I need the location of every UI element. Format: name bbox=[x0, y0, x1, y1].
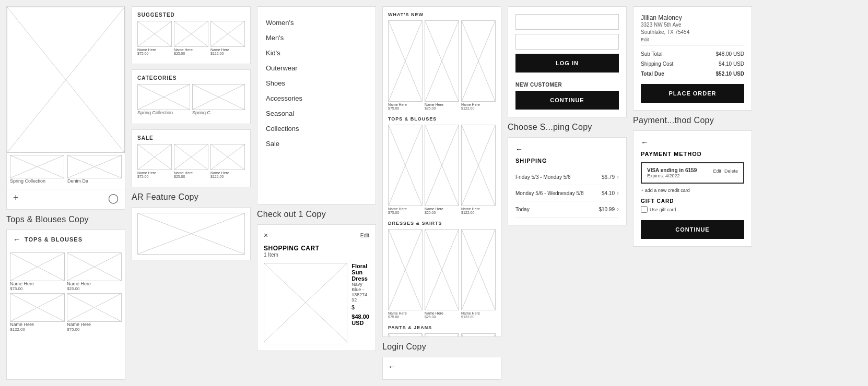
product-item-1[interactable]: Name Here $75.00 bbox=[10, 252, 65, 291]
product-item-4[interactable]: Name Here $75.00 bbox=[67, 293, 122, 332]
sale-item-2[interactable]: Name Here $25.00 bbox=[174, 144, 208, 178]
nav-outerwear[interactable]: Outerwear bbox=[266, 61, 367, 76]
suggested-title: SUGGESTED bbox=[137, 12, 245, 18]
wn-item-2[interactable]: Name Here $25.00 bbox=[425, 20, 459, 110]
nav-sale[interactable]: Sale bbox=[266, 136, 367, 151]
ar-feature-label: AR Feature Copy bbox=[132, 192, 251, 202]
shipping-option-2[interactable]: Monday 5/6 - Wednesday 5/8 $4.10 › bbox=[515, 185, 619, 201]
back-arrow-icon[interactable]: ← bbox=[13, 235, 20, 244]
order-edit-address[interactable]: Edit bbox=[641, 37, 744, 42]
product-item-3[interactable]: Name Here $122.00 bbox=[10, 293, 65, 332]
wn-name-2: Name Here bbox=[425, 103, 459, 106]
ds-name-3: Name Here bbox=[461, 311, 496, 315]
ds-item-3[interactable]: Name Here $122.00 bbox=[461, 229, 496, 319]
gift-card-checkbox[interactable] bbox=[641, 206, 648, 213]
gift-card-title: GIFT CARD bbox=[641, 198, 744, 204]
ds-name-1: Name Here bbox=[388, 311, 423, 315]
user-icon[interactable]: ◯ bbox=[108, 192, 119, 204]
shipping-option-3[interactable]: Today $10.99 › bbox=[515, 201, 619, 218]
nav-mens[interactable]: Men's bbox=[266, 30, 367, 45]
cart-item-total: $48.00 USD bbox=[351, 313, 369, 326]
login-button[interactable]: LOG IN bbox=[515, 54, 619, 73]
order-divider-1 bbox=[641, 45, 744, 46]
sale-panel: SALE Name Here $75.00 Name Here $25.00 bbox=[132, 129, 251, 187]
svg-line-55 bbox=[425, 334, 459, 337]
tops-blouses-title: TOPS & BLOUSES bbox=[25, 236, 83, 243]
product-price-1: $75.00 bbox=[10, 286, 65, 291]
wn-name-1: Name Here bbox=[388, 103, 423, 106]
shipping-panel: ← SHIPPING Friday 5/3 - Monday 5/6 $6.79… bbox=[508, 137, 627, 225]
pj-item-3[interactable]: Name Here $122.00 bbox=[461, 333, 496, 337]
pj-item-1[interactable]: Name Here $75.00 bbox=[388, 333, 423, 337]
column-3: Women's Men's Kid's Outerwear Shoes Acce… bbox=[257, 6, 376, 380]
cart-item-size: $ bbox=[351, 305, 369, 310]
cart-title: SHOPPING CART bbox=[264, 245, 369, 252]
place-order-button[interactable]: PLACE ORDER bbox=[641, 84, 744, 103]
tb-name-3: Name Here bbox=[461, 207, 496, 211]
back-shipping-icon[interactable]: ← bbox=[515, 145, 523, 153]
payment-card-label: VISA ending in 6159 bbox=[647, 167, 697, 173]
product-name-3: Name Here bbox=[10, 322, 65, 327]
chevron-right-3: › bbox=[617, 206, 619, 213]
pj-wire-1 bbox=[388, 333, 423, 337]
column-5: LOG IN NEW CUSTOMER CONTINUE Choose S...… bbox=[508, 6, 627, 380]
ds-item-1[interactable]: Name Here $75.00 bbox=[388, 229, 423, 319]
pj-item-2[interactable]: Name Here $25.00 bbox=[425, 333, 459, 337]
payment-copy-label: Payment...thod Copy bbox=[633, 116, 752, 125]
nav-accessories[interactable]: Accessories bbox=[266, 91, 367, 106]
tb-item-1[interactable]: Name Here $75.00 bbox=[388, 125, 423, 214]
chevron-right-1: › bbox=[617, 173, 619, 180]
nav-collections[interactable]: Collections bbox=[266, 121, 367, 136]
sale-item-3[interactable]: Name Here $122.00 bbox=[210, 144, 245, 178]
nav-womens[interactable]: Women's bbox=[266, 15, 367, 30]
wn-item-3[interactable]: Name Here $122.00 bbox=[461, 20, 496, 110]
plus-icon[interactable]: + bbox=[13, 192, 19, 204]
suggested-panel: SUGGESTED Name Here $75.00 Name Here $25… bbox=[132, 6, 251, 64]
product-wire-3 bbox=[10, 293, 65, 322]
chevron-right-2: › bbox=[617, 189, 619, 197]
password-input[interactable] bbox=[515, 34, 619, 50]
tb-item-2[interactable]: Name Here $25.00 bbox=[425, 125, 459, 214]
email-input[interactable] bbox=[515, 14, 619, 30]
cat-item-2[interactable]: Spring C bbox=[192, 84, 245, 115]
back-payment-icon[interactable]: ← bbox=[641, 138, 648, 147]
cat-item-1[interactable]: Spring Collection bbox=[137, 84, 190, 115]
new-customer-label: NEW CUSTOMER bbox=[515, 82, 619, 88]
suggested-item-3[interactable]: Name Here $122.00 bbox=[210, 21, 245, 55]
tops-blouses-nav-panel: ← TOPS & BLOUSES Name Here $75.00 Name H… bbox=[6, 230, 125, 380]
back-arrow-login[interactable]: ← bbox=[388, 363, 395, 371]
edit-cart-label[interactable]: Edit bbox=[360, 233, 369, 238]
suggested-wire-2 bbox=[174, 21, 208, 47]
nav-shoes[interactable]: Shoes bbox=[266, 76, 367, 91]
sug-price-2: $25.00 bbox=[174, 52, 208, 55]
add-new-card-link[interactable]: + add a new credit card bbox=[641, 188, 744, 193]
order-shipping-row: Shipping Cost $4.10 USD bbox=[641, 59, 744, 69]
nav-kids[interactable]: Kid's bbox=[266, 45, 367, 61]
close-cart-icon[interactable]: × bbox=[264, 231, 268, 239]
wn-wire-3 bbox=[461, 20, 496, 102]
delete-card-btn[interactable]: Delete bbox=[724, 168, 738, 174]
tops-blouses-copy-label: Tops & Blouses Copy bbox=[6, 215, 125, 224]
product-item-2[interactable]: Name Here $25.00 bbox=[67, 252, 122, 291]
edit-card-btn[interactable]: Edit bbox=[713, 168, 721, 174]
sub-label-spring: Spring Collection bbox=[10, 178, 64, 184]
tops-blouses-section: TOPS & BLOUSES Name Here $75.00 Name Her… bbox=[388, 116, 496, 214]
suggested-item-2[interactable]: Name Here $25.00 bbox=[174, 21, 208, 55]
continue-payment-button[interactable]: CONTINUE bbox=[641, 220, 744, 239]
shipping-title: SHIPPING bbox=[515, 158, 619, 164]
tb-item-3[interactable]: Name Here $122.00 bbox=[461, 125, 496, 214]
wn-item-1[interactable]: Name Here $75.00 bbox=[388, 20, 423, 110]
ds-name-2: Name Here bbox=[425, 311, 459, 315]
sale-item-1[interactable]: Name Here $75.00 bbox=[137, 144, 172, 178]
shipping-option-1[interactable]: Friday 5/3 - Monday 5/6 $6.79 › bbox=[515, 169, 619, 185]
column-2: SUGGESTED Name Here $75.00 Name Here $25… bbox=[132, 6, 251, 380]
sale-wire-1 bbox=[137, 144, 172, 170]
categories-panel: CATEGORIES Spring Collection Spring C bbox=[132, 69, 251, 124]
main-wireframe-image bbox=[7, 7, 125, 153]
suggested-item-1[interactable]: Name Here $75.00 bbox=[137, 21, 172, 55]
continue-new-customer-button[interactable]: CONTINUE bbox=[515, 91, 619, 110]
ds-item-2[interactable]: Name Here $25.00 bbox=[425, 229, 459, 319]
nav-seasonal[interactable]: Seasonal bbox=[266, 106, 367, 121]
shipping-price-1: $6.79 bbox=[602, 174, 615, 180]
tb-wire-3 bbox=[461, 125, 496, 206]
